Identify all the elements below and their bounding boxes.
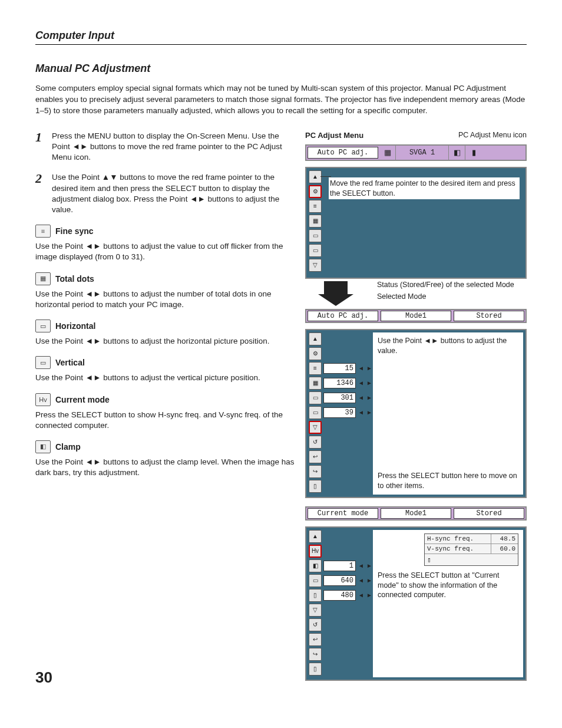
increase-icon[interactable]: ► [366,408,373,417]
setting-name: Clamp [55,442,81,452]
scroll-down-icon[interactable]: ▽ [309,259,322,272]
subsection-title: Manual PC Adjustment [35,62,527,75]
increase-icon[interactable]: ► [366,576,373,585]
increase-icon[interactable]: ► [366,378,373,388]
decrease-icon[interactable]: ◄ [358,378,365,388]
fine-sync-menu-icon[interactable]: ≡ [309,200,322,213]
setting-horizontal: ▭ Horizontal Use the Point ◄► buttons to… [35,319,295,347]
quit-icon[interactable]: ▯ [309,663,322,676]
statusbar-mode: Mode1 [381,311,451,321]
display-area-h-value: 640 [323,575,356,586]
status-bar-1: Auto PC adj. Mode1 Stored [305,309,527,323]
scroll-down-icon[interactable]: ▽ [309,421,322,434]
horizontal-value: 301 [323,393,356,403]
decrease-icon[interactable]: ◄ [358,576,365,585]
decrease-icon[interactable]: ◄ [358,591,365,600]
auto-pc-icon[interactable]: ⚙ [309,347,322,360]
setting-name: Vertical [55,358,85,367]
auto-pc-adj-button[interactable]: Auto PC adj. [308,147,378,159]
step-number: 1 [35,131,52,163]
setting-vertical: ▭ Vertical Use the Point ◄► buttons to a… [35,356,295,383]
panel-note-area: Move the red frame pointer to the desire… [322,170,523,275]
fine-sync-value: 15 [323,363,356,374]
hr [35,44,527,45]
setting-current-mode: Hv Current mode Press the SELECT button … [35,393,295,431]
menu-panel-2: ▲ ⚙ ≡ 15 ◄► ▦ 1346 ◄► ▭ 301 ◄► [305,329,527,498]
free-icon[interactable]: ↩ [309,633,322,646]
decrease-icon[interactable]: ◄ [358,561,365,571]
reset-icon[interactable]: ↺ [309,618,322,631]
quit-icon[interactable]: ▯ [309,480,322,493]
step-text: Use the Point ▲▼ buttons to move the red… [52,172,295,215]
setting-text: Press the SELECT button to show H-sync f… [35,410,295,431]
vertical-menu-icon[interactable]: ▭ [309,406,322,419]
menu-icon[interactable]: ▦ [379,146,396,160]
horizontal-menu-icon[interactable]: ▭ [309,229,322,242]
quit-icon[interactable]: ▯ [425,554,434,565]
frequency-box: H-sync freq.48.5 V-sync freq.60.0 ▯ [424,533,518,566]
svg-marker-1 [318,294,353,306]
svg-rect-0 [324,281,348,294]
signal-label: SVGA 1 [396,146,449,160]
increase-icon[interactable]: ► [366,393,373,403]
vertical-menu-icon[interactable]: ▭ [309,244,322,257]
panel1-note: Move the red frame pointer to the desire… [329,177,520,200]
icon-column: ▲ ⚙ ≡ ▦ ▭ ▭ ▽ [309,170,322,275]
vertical-value: 39 [323,407,356,418]
total-dots-menu-icon[interactable]: ▦ [309,215,322,228]
increase-icon[interactable]: ► [366,364,373,373]
menu-panel-1: ▲ ⚙ ≡ ▦ ▭ ▭ ▽ Move the red frame pointer… [305,167,527,279]
clamp-menu-icon[interactable]: ◧ [309,559,322,572]
scroll-up-icon[interactable]: ▲ [309,332,322,345]
store-icon[interactable]: ↪ [309,648,322,661]
current-mode-icon: Hv [35,393,51,406]
step-2: 2 Use the Point ▲▼ buttons to move the r… [35,172,295,215]
menu-nav-left-icon[interactable]: ◧ [449,146,465,160]
statusbar-mode: Mode1 [381,508,451,519]
decrease-icon[interactable]: ◄ [358,393,365,403]
total-dots-menu-icon[interactable]: ▦ [309,377,322,390]
free-icon[interactable]: ↩ [309,450,322,463]
setting-clamp: ◧ Clamp Use the Point ◄► buttons to adju… [35,440,295,478]
statusbar-stored: Stored [454,508,524,519]
menu-nav-right-icon[interactable]: ▮ [465,146,482,160]
step-1: 1 Press the MENU button to display the O… [35,131,295,163]
clamp-value: 1 [323,561,356,571]
status-bar-2: Current mode Mode1 Stored [305,506,527,521]
increase-icon[interactable]: ► [366,591,373,600]
setting-name: Horizontal [55,321,95,331]
fine-sync-menu-icon[interactable]: ≡ [309,362,322,375]
decrease-icon[interactable]: ◄ [358,364,365,373]
top-menu-bar[interactable]: Auto PC adj. ▦ SVGA 1 ◧ ▮ [305,144,527,161]
setting-name: Fine sync [55,226,94,236]
selected-mode-label: Selected Mode [377,292,527,301]
current-mode-menu-icon[interactable]: Hv [309,545,322,558]
setting-text: Use the Point ◄► buttons to adjust the v… [35,241,295,262]
store-icon[interactable]: ↪ [309,465,322,478]
reset-icon[interactable]: ↺ [309,436,322,449]
fine-sync-icon: ≡ [35,225,51,238]
setting-text: Use the Point ◄► buttons to adjust the h… [35,336,295,347]
panel2-note-bottom: Press the SELECT button here to move on … [378,471,518,491]
section-title: Computer Input [35,29,527,42]
setting-text: Use the Point ◄► buttons to adjust the v… [35,373,295,383]
setting-name: Current mode [55,395,110,404]
horizontal-menu-icon[interactable]: ▭ [309,391,322,404]
h-sync-value: 48.5 [491,534,518,543]
increase-icon[interactable]: ► [366,561,373,571]
menu-title: PC Adjust Menu [305,131,363,140]
display-area-v-icon[interactable]: ▯ [309,589,322,602]
scroll-up-icon[interactable]: ▲ [309,530,322,543]
setting-text: Use the Point ◄► buttons to adjust the n… [35,289,295,310]
auto-pc-icon[interactable]: ⚙ [309,185,322,198]
total-dots-value: 1346 [323,378,356,388]
display-area-v-value: 480 [323,590,356,601]
vertical-icon: ▭ [35,356,51,369]
scroll-down-icon[interactable]: ▽ [309,604,322,617]
setting-total-dots: ▦ Total dots Use the Point ◄► buttons to… [35,272,295,310]
display-area-h-icon[interactable]: ▭ [309,574,322,587]
decrease-icon[interactable]: ◄ [358,408,365,417]
scroll-up-icon[interactable]: ▲ [309,170,322,183]
setting-name: Total dots [55,274,94,284]
step-text: Press the MENU button to display the On-… [52,131,295,163]
